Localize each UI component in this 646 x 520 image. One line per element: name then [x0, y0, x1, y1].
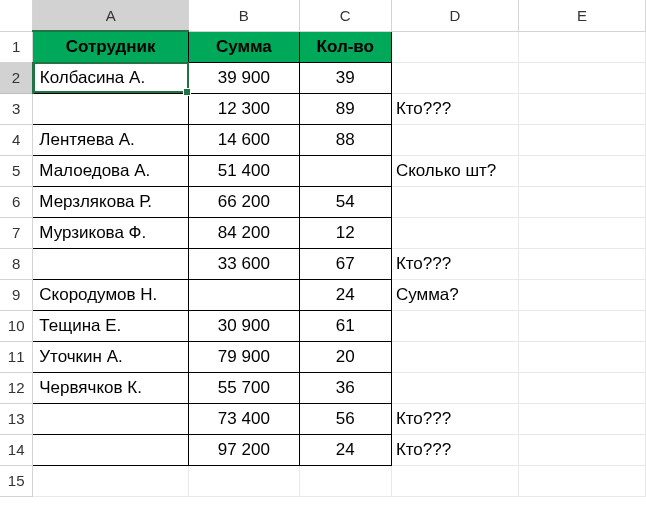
cell-employee[interactable]: Уточкин А. — [33, 341, 189, 372]
cell-note[interactable]: Кто??? — [391, 403, 518, 434]
cell-sum[interactable]: 73 400 — [189, 403, 300, 434]
cell-qty[interactable]: 56 — [299, 403, 391, 434]
row-header[interactable]: 14 — [0, 434, 33, 465]
cell[interactable] — [391, 31, 518, 62]
cell-qty[interactable]: 24 — [299, 434, 391, 465]
cell-employee[interactable]: Лентяева А. — [33, 124, 189, 155]
cell-qty[interactable]: 88 — [299, 124, 391, 155]
cell-employee[interactable]: Колбасина А. — [33, 62, 189, 93]
cell[interactable] — [299, 465, 391, 496]
cell-note[interactable] — [391, 186, 518, 217]
cell[interactable] — [518, 217, 645, 248]
spreadsheet[interactable]: A B C D E 1 Сотрудник Сумма Кол-во 2 Кол… — [0, 0, 646, 520]
row-header[interactable]: 6 — [0, 186, 33, 217]
cell-sum[interactable] — [189, 279, 300, 310]
row-header[interactable]: 8 — [0, 248, 33, 279]
cell-sum[interactable]: 30 900 — [189, 310, 300, 341]
cell[interactable] — [518, 372, 645, 403]
cell-sum[interactable]: 79 900 — [189, 341, 300, 372]
cell-qty[interactable]: 36 — [299, 372, 391, 403]
cell-note[interactable] — [391, 217, 518, 248]
cell[interactable] — [518, 341, 645, 372]
cell-note[interactable] — [391, 372, 518, 403]
header-sum[interactable]: Сумма — [189, 31, 300, 62]
cell-sum[interactable]: 12 300 — [189, 93, 300, 124]
cell-qty[interactable]: 61 — [299, 310, 391, 341]
cell-employee[interactable]: Мурзикова Ф. — [33, 217, 189, 248]
row-header[interactable]: 10 — [0, 310, 33, 341]
col-header-A[interactable]: A — [33, 0, 189, 31]
cell-sum[interactable]: 84 200 — [189, 217, 300, 248]
cell[interactable] — [33, 465, 189, 496]
row-header[interactable]: 2 — [0, 62, 33, 93]
cell-qty[interactable]: 89 — [299, 93, 391, 124]
cell-sum[interactable]: 97 200 — [189, 434, 300, 465]
cell-employee[interactable]: Червячков К. — [33, 372, 189, 403]
cell-sum[interactable]: 51 400 — [189, 155, 300, 186]
cell[interactable] — [391, 465, 518, 496]
row-header[interactable]: 12 — [0, 372, 33, 403]
row-header[interactable]: 1 — [0, 31, 33, 62]
cell-employee[interactable] — [33, 434, 189, 465]
cell-note[interactable] — [391, 341, 518, 372]
row-header[interactable]: 7 — [0, 217, 33, 248]
cell-qty[interactable]: 20 — [299, 341, 391, 372]
cell[interactable] — [518, 465, 645, 496]
cell-qty[interactable]: 54 — [299, 186, 391, 217]
col-header-B[interactable]: B — [189, 0, 300, 31]
cell-note[interactable]: Кто??? — [391, 93, 518, 124]
cell-employee[interactable]: Мерзлякова Р. — [33, 186, 189, 217]
cell-note[interactable] — [391, 62, 518, 93]
header-qty[interactable]: Кол-во — [299, 31, 391, 62]
cell[interactable] — [518, 186, 645, 217]
cell-employee[interactable]: Тещина Е. — [33, 310, 189, 341]
data-row: 6 Мерзлякова Р. 66 200 54 — [0, 186, 646, 217]
col-header-E[interactable]: E — [518, 0, 645, 31]
grid[interactable]: A B C D E 1 Сотрудник Сумма Кол-во 2 Кол… — [0, 0, 646, 497]
col-header-C[interactable]: C — [299, 0, 391, 31]
cell[interactable] — [518, 248, 645, 279]
col-header-D[interactable]: D — [391, 0, 518, 31]
row-header[interactable]: 15 — [0, 465, 33, 496]
cell[interactable] — [189, 465, 300, 496]
cell[interactable] — [518, 403, 645, 434]
cell-employee[interactable] — [33, 93, 189, 124]
cell[interactable] — [518, 279, 645, 310]
cell-sum[interactable]: 55 700 — [189, 372, 300, 403]
select-all-corner[interactable] — [0, 0, 33, 31]
cell[interactable] — [518, 310, 645, 341]
cell[interactable] — [518, 31, 645, 62]
row-header[interactable]: 11 — [0, 341, 33, 372]
cell-note[interactable] — [391, 124, 518, 155]
row-header[interactable]: 9 — [0, 279, 33, 310]
cell-employee[interactable]: Малоедова А. — [33, 155, 189, 186]
cell-note[interactable]: Сумма? — [391, 279, 518, 310]
cell-sum[interactable]: 39 900 — [189, 62, 300, 93]
row-header[interactable]: 5 — [0, 155, 33, 186]
row-header[interactable]: 13 — [0, 403, 33, 434]
cell[interactable] — [518, 62, 645, 93]
cell-qty[interactable]: 39 — [299, 62, 391, 93]
cell-qty[interactable]: 67 — [299, 248, 391, 279]
header-employee[interactable]: Сотрудник — [33, 31, 189, 62]
cell-qty[interactable]: 24 — [299, 279, 391, 310]
cell[interactable] — [518, 434, 645, 465]
cell-note[interactable] — [391, 310, 518, 341]
row-header[interactable]: 4 — [0, 124, 33, 155]
cell-qty[interactable]: 12 — [299, 217, 391, 248]
data-row: 12 Червячков К. 55 700 36 — [0, 372, 646, 403]
cell-note[interactable]: Кто??? — [391, 434, 518, 465]
cell[interactable] — [518, 93, 645, 124]
row-header[interactable]: 3 — [0, 93, 33, 124]
cell-note[interactable]: Сколько шт? — [391, 155, 518, 186]
cell-sum[interactable]: 66 200 — [189, 186, 300, 217]
cell-note[interactable]: Кто??? — [391, 248, 518, 279]
cell-sum[interactable]: 14 600 — [189, 124, 300, 155]
cell-employee[interactable]: Скородумов Н. — [33, 279, 189, 310]
cell-employee[interactable] — [33, 248, 189, 279]
cell[interactable] — [518, 155, 645, 186]
cell-employee[interactable] — [33, 403, 189, 434]
cell-qty[interactable] — [299, 155, 391, 186]
cell[interactable] — [518, 124, 645, 155]
cell-sum[interactable]: 33 600 — [189, 248, 300, 279]
